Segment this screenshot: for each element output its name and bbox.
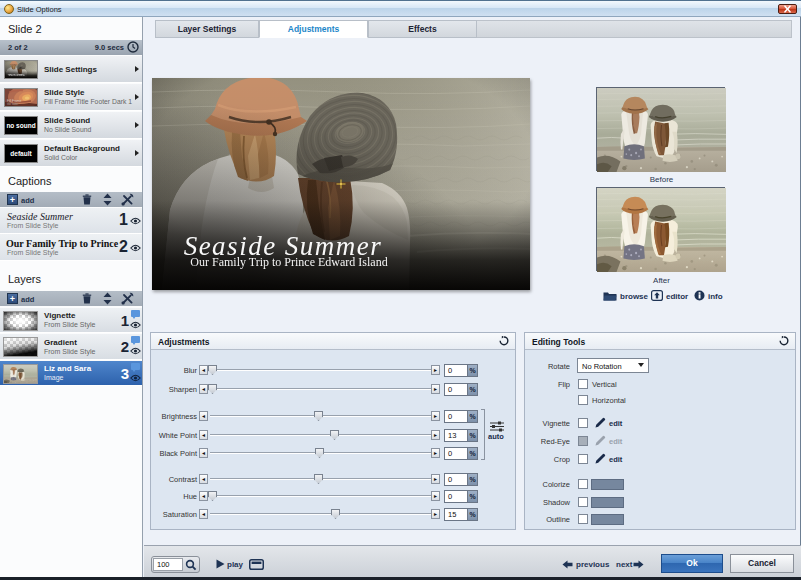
svg-text:title footer: title footer [7,102,19,106]
